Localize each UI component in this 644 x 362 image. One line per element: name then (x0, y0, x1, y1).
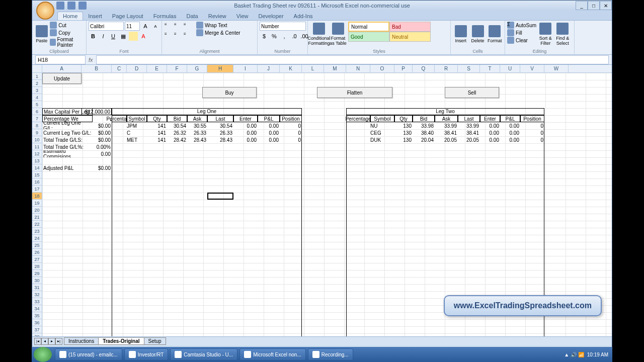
flatten-button[interactable]: Flatten (317, 87, 392, 98)
ribbon-tab-formulas[interactable]: Formulas (148, 12, 182, 20)
tab-nav-first[interactable]: |◂ (34, 338, 41, 345)
format-as-table-button[interactable]: Format as Table (329, 22, 347, 47)
currency-button[interactable]: $ (260, 32, 269, 41)
ribbon-tab-review[interactable]: Review (203, 12, 231, 20)
row-header-7[interactable]: 7 (32, 115, 42, 122)
row-header-35[interactable]: 35 (32, 312, 42, 319)
ribbon-tab-add-ins[interactable]: Add-Ins (289, 12, 318, 20)
row-header-10[interactable]: 10 (32, 136, 42, 143)
tab-nav-next[interactable]: ▸ (48, 338, 55, 345)
maximize-button[interactable]: □ (588, 1, 600, 10)
sheet-tab-setup[interactable]: Setup (144, 337, 166, 345)
update-button[interactable]: Update (42, 73, 82, 84)
font-color-button[interactable]: A (139, 32, 148, 41)
office-button[interactable] (36, 2, 54, 20)
row-header-5[interactable]: 5 (32, 101, 42, 108)
sort-filter-button[interactable]: Sort & Filter (537, 22, 553, 47)
col-header-C[interactable]: C (112, 65, 127, 72)
col-header-N[interactable]: N (346, 65, 370, 72)
col-header-L[interactable]: L (302, 65, 324, 72)
col-header-M[interactable]: M (324, 65, 346, 72)
percent-button[interactable]: % (270, 32, 279, 41)
row-header-31[interactable]: 31 (32, 284, 42, 291)
buy-button[interactable]: Buy (202, 87, 257, 98)
col-header-S[interactable]: S (458, 65, 480, 72)
align-top-right-icon[interactable]: ≡ (183, 22, 192, 31)
row-header-29[interactable]: 29 (32, 270, 42, 277)
number-format-select[interactable] (260, 22, 306, 31)
ribbon-tab-page-layout[interactable]: Page Layout (107, 12, 148, 20)
col-header-P[interactable]: P (394, 65, 413, 72)
col-header-B[interactable]: B (82, 65, 112, 72)
col-header-G[interactable]: G (187, 65, 207, 72)
row-header-38[interactable]: 38 (32, 333, 42, 336)
taskbar-item[interactable]: (15 unread) - emailc... (55, 348, 122, 360)
taskbar-item[interactable]: Investor/RT (124, 348, 169, 360)
col-header-F[interactable]: F (167, 65, 187, 72)
ribbon-tab-insert[interactable]: Insert (83, 12, 107, 20)
align-left-icon[interactable]: ≡ (164, 31, 173, 40)
font-size-select[interactable] (125, 22, 140, 31)
col-header-D[interactable]: D (127, 65, 147, 72)
row-header-9[interactable]: 9 (32, 129, 42, 136)
delete-cells-button[interactable]: Delete (470, 22, 486, 47)
fill-button[interactable]: Fill (507, 29, 536, 36)
taskbar-item[interactable]: Recording... (308, 348, 353, 360)
row-header-23[interactable]: 23 (32, 228, 42, 235)
shrink-font-icon[interactable]: A (151, 22, 160, 31)
ribbon-tab-developer[interactable]: Developer (253, 12, 288, 20)
col-header-T[interactable]: T (480, 65, 500, 72)
start-button[interactable] (34, 347, 52, 362)
col-header-E[interactable]: E (147, 65, 167, 72)
row-header-19[interactable]: 19 (32, 200, 42, 207)
grow-font-icon[interactable]: A (141, 22, 150, 31)
taskbar-item[interactable]: Camtasia Studio - U... (170, 348, 237, 360)
row-header-3[interactable]: 3 (32, 87, 42, 94)
col-header-K[interactable]: K (280, 65, 302, 72)
taskbar-item[interactable]: Microsoft Excel non... (239, 348, 306, 360)
row-header-20[interactable]: 20 (32, 207, 42, 214)
row-header-21[interactable]: 21 (32, 214, 42, 221)
align-center-icon[interactable]: ≡ (174, 31, 183, 40)
fill-color-button[interactable] (129, 32, 138, 41)
col-header-A[interactable]: A (42, 65, 82, 72)
sheet-tab-instructions[interactable]: Instructions (64, 337, 99, 345)
tray-icons[interactable]: ▲ 🔊 📶 (564, 352, 584, 357)
align-top-left-icon[interactable]: ≡ (164, 22, 173, 31)
align-top-center-icon[interactable]: ≡ (174, 22, 183, 31)
row-header-33[interactable]: 33 (32, 298, 42, 305)
row-header-26[interactable]: 26 (32, 249, 42, 256)
row-header-25[interactable]: 25 (32, 242, 42, 249)
col-header-W[interactable]: W (544, 65, 569, 72)
border-button[interactable]: ▦ (119, 32, 128, 41)
fx-label[interactable]: fx (89, 57, 93, 63)
find-select-button[interactable]: Find & Select (554, 22, 571, 47)
wrap-text-button[interactable]: Wrap Text (196, 22, 240, 29)
minimize-button[interactable]: _ (576, 1, 588, 10)
italic-button[interactable]: I (99, 32, 108, 41)
row-header-8[interactable]: 8 (32, 122, 42, 129)
row-header-18[interactable]: 18 (32, 193, 42, 200)
row-header-36[interactable]: 36 (32, 319, 42, 326)
bold-button[interactable]: B (89, 32, 98, 41)
row-header-32[interactable]: 32 (32, 291, 42, 298)
row-header-13[interactable]: 13 (32, 157, 42, 164)
ribbon-tab-home[interactable]: Home (57, 12, 83, 20)
row-header-2[interactable]: 2 (32, 80, 42, 87)
increase-decimal-icon[interactable]: .0 (290, 32, 299, 41)
row-header-15[interactable]: 15 (32, 171, 42, 178)
formula-input[interactable] (96, 55, 609, 64)
row-header-17[interactable]: 17 (32, 186, 42, 193)
tab-nav-last[interactable]: ▸| (55, 338, 62, 345)
ribbon-tab-view[interactable]: View (231, 12, 254, 20)
col-header-Q[interactable]: Q (413, 65, 435, 72)
col-header-R[interactable]: R (435, 65, 458, 72)
col-header-V[interactable]: V (520, 65, 544, 72)
sell-button[interactable]: Sell (445, 87, 499, 98)
style-good[interactable]: Good (348, 32, 389, 42)
row-header-27[interactable]: 27 (32, 256, 42, 263)
row-header-6[interactable]: 6 (32, 108, 42, 115)
row-header-37[interactable]: 37 (32, 326, 42, 333)
col-header-H[interactable]: H (207, 65, 233, 72)
clear-button[interactable]: Clear (507, 37, 536, 44)
